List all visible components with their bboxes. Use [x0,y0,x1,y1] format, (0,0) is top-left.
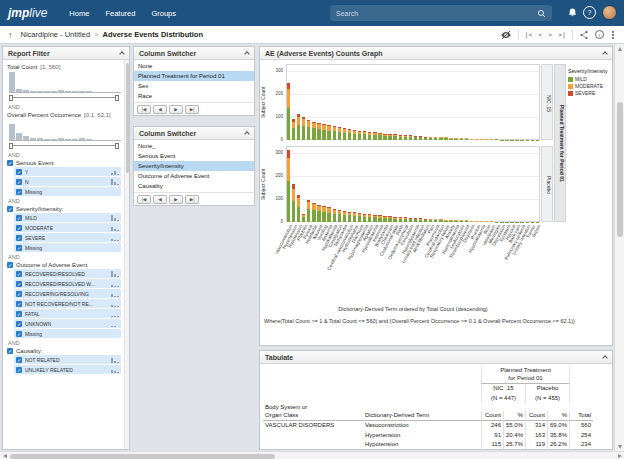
bar-segment[interactable] [343,128,346,129]
bar-segment[interactable] [434,220,437,222]
bar-segment[interactable] [419,219,422,222]
user-avatar[interactable] [602,5,617,20]
scroll-up-arrow[interactable] [615,44,624,53]
bar-segment[interactable] [322,207,325,212]
checkbox-icon[interactable]: ✓ [16,169,22,175]
switcher-item-b-2[interactable]: Severity/Intensity [134,161,254,171]
filter-level-item[interactable]: ✓MODERATE [14,223,121,232]
bar-segment[interactable] [287,181,290,222]
bar-segment[interactable] [470,221,473,222]
checkbox-icon[interactable]: ✓ [16,215,22,221]
bar-segment[interactable] [358,131,361,134]
histogram-bar[interactable] [23,136,29,140]
last-report-button[interactable]: >| [558,31,566,39]
checkbox-icon[interactable]: ✓ [16,357,22,363]
bar-segment[interactable] [434,137,437,138]
collapse-icon[interactable] [244,131,250,137]
switcher-item-b-0[interactable]: None_ [134,141,254,151]
checkbox-icon[interactable]: ✓ [16,321,22,327]
filter-scrollbar[interactable] [124,60,129,449]
bar-segment[interactable] [302,119,305,125]
bar-segment[interactable] [292,201,295,222]
bar-segment[interactable] [307,121,310,127]
filter-level-item[interactable]: ✓MILD [14,213,121,222]
switcher-item-a-3[interactable]: Race [134,91,254,101]
horizontal-scrollbar-thumb[interactable] [10,454,275,459]
histogram-bar[interactable] [51,91,57,92]
histogram-bar[interactable] [16,133,22,140]
bar-segment[interactable] [343,133,346,140]
bar-segment[interactable] [434,219,437,220]
bar-segment[interactable] [490,221,493,222]
bar-segment[interactable] [485,139,488,140]
bar-segment[interactable] [348,212,351,215]
bar-segment[interactable] [343,212,346,215]
bar-segment[interactable] [333,131,336,140]
bar-segment[interactable] [439,220,442,222]
slider-min-handle[interactable] [9,143,13,149]
bar-segment[interactable] [317,124,320,129]
filter-level-item[interactable]: ✓RECOVERED/RESOLVED W... [14,279,121,288]
bar-segment[interactable] [353,212,356,213]
filter-level-item[interactable]: ✓NOT RECOVERED/NOT RE... [14,299,121,308]
bar-segment[interactable] [322,130,325,140]
checkbox-icon[interactable]: ✓ [16,331,22,337]
bar-segment[interactable] [297,207,300,222]
bar-segment[interactable] [348,129,351,130]
bar-segment[interactable] [465,221,468,222]
bar-segment[interactable] [404,135,407,136]
bar-segment[interactable] [429,220,432,222]
histogram-bar[interactable] [44,91,50,92]
checkbox-icon[interactable]: ✓ [7,348,13,354]
bar-segment[interactable] [388,136,391,140]
bar-segment[interactable] [383,134,386,136]
switcher-last-button[interactable]: ▶| [185,195,199,204]
histogram-bar[interactable] [44,139,50,140]
bar-segment[interactable] [297,117,300,125]
histogram-bar[interactable] [30,138,36,140]
checkbox-icon[interactable]: ✓ [16,271,22,277]
histogram-bar[interactable] [58,138,64,140]
bar-segment[interactable] [409,137,412,140]
bar-segment[interactable] [292,189,295,202]
bar-segment[interactable] [302,117,305,119]
column-switcher-2-header[interactable]: Column Switcher [134,127,254,140]
bar-segment[interactable] [383,216,386,218]
bar-segment[interactable] [358,213,361,216]
checkbox-icon[interactable]: ✓ [16,301,22,307]
checkbox-icon[interactable]: ✓ [16,245,22,251]
bar-segment[interactable] [414,137,417,140]
bar-segment[interactable] [388,218,391,222]
search-box[interactable] [330,5,552,21]
bar-segment[interactable] [449,138,452,140]
switcher-item-b-1[interactable]: Serious Event [134,151,254,161]
bar-segment[interactable] [429,138,432,140]
bar-segment[interactable] [393,219,396,222]
switcher-item-a-1[interactable]: Planned Treatment for Period 01 [134,71,254,81]
checkbox-icon[interactable]: ✓ [7,262,13,268]
bar-segment[interactable] [287,83,290,89]
bar-segment[interactable] [465,139,468,140]
bar-segment[interactable] [429,137,432,138]
bar-segment[interactable] [460,221,463,222]
bar-segment[interactable] [297,195,300,198]
bar-segment[interactable] [444,220,447,221]
scroll-left-arrow[interactable] [0,452,9,459]
bar-segment[interactable] [343,211,346,212]
help-icon[interactable]: ? [583,6,596,19]
checkbox-icon[interactable]: ✓ [16,311,22,317]
bar-segment[interactable] [470,139,473,140]
bar-segment[interactable] [297,198,300,207]
bar-segment[interactable] [353,213,356,216]
bar-segment[interactable] [414,136,417,137]
bar-segment[interactable] [312,204,315,210]
bar-segment[interactable] [353,130,356,131]
filter-level-item[interactable]: ✓UNLIKELY RELATED [14,365,121,374]
histogram-bar[interactable] [37,138,43,140]
bar-segment[interactable] [454,221,457,222]
switcher-first-button[interactable]: |◀ [137,195,151,204]
bar-segment[interactable] [338,132,341,140]
bar-segment[interactable] [388,134,391,136]
histogram-bar[interactable] [23,90,29,92]
first-report-button[interactable]: |< [525,31,533,39]
